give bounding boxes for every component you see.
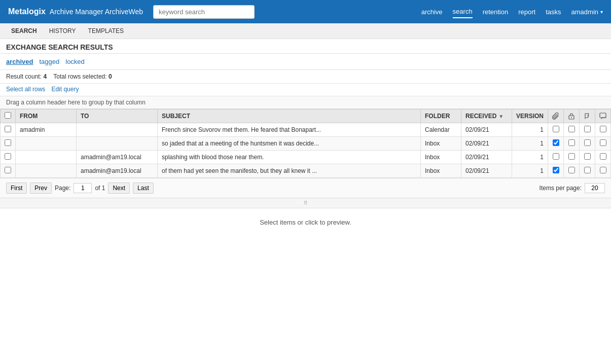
main-nav: archive search retention report tasks am…: [421, 6, 603, 18]
brand-logo: Metalogix: [8, 7, 46, 16]
brand: Metalogix Archive Manager ArchiveWeb: [8, 7, 143, 16]
svg-rect-2: [600, 113, 606, 118]
nav-report[interactable]: report: [518, 6, 535, 18]
table-row[interactable]: amadmin@am19.localsplashing with blood t…: [1, 151, 611, 164]
nav-amadmin-label: amadmin: [571, 8, 598, 16]
cell-version: 1: [512, 151, 548, 164]
items-per-page: Items per page:: [540, 183, 605, 193]
comment-icon: [599, 113, 606, 120]
col-received-label: RECEIVED: [465, 113, 496, 120]
page-title-bar: EXCHANGE SEARCH RESULTS: [0, 39, 611, 54]
tab-templates[interactable]: TEMPLATES: [82, 23, 130, 39]
cell-from: [16, 164, 77, 178]
cell-folder: Inbox: [420, 164, 461, 178]
cell-received: 02/09/21: [461, 164, 512, 178]
chevron-down-icon: ▾: [600, 9, 603, 15]
svg-point-1: [571, 117, 572, 118]
col-header-version[interactable]: VERSION: [512, 110, 548, 123]
cell-folder: Inbox: [420, 137, 461, 151]
col-header-comment[interactable]: [595, 110, 611, 123]
page-number-input[interactable]: [74, 183, 92, 193]
table-body: amadminFrench since Suvorov met them. He…: [1, 123, 611, 178]
tab-history[interactable]: HISTORY: [43, 23, 82, 39]
items-per-page-input[interactable]: [585, 183, 605, 193]
cell-folder: Calendar: [420, 123, 461, 137]
cell-version: 1: [512, 137, 548, 151]
of-label: of 1: [95, 185, 105, 192]
nav-archive[interactable]: archive: [421, 6, 443, 18]
table-row[interactable]: so jaded that at a meeting of the huntsm…: [1, 137, 611, 151]
result-count-label: Result count:: [6, 73, 42, 80]
pagination-bar: First Prev Page: of 1 Next Last Items pe…: [0, 178, 611, 198]
cell-from: [16, 137, 77, 151]
cell-version: 1: [512, 164, 548, 178]
nav-retention[interactable]: retention: [483, 6, 509, 18]
cell-subject: splashing with blood those near them.: [158, 151, 421, 164]
table-row[interactable]: amadminFrench since Suvorov met them. He…: [1, 123, 611, 137]
prev-page-button[interactable]: Prev: [30, 183, 52, 194]
cell-subject: French since Suvorov met them. He feared…: [158, 123, 421, 137]
cell-to: [77, 137, 158, 151]
paperclip-icon: [552, 113, 559, 120]
col-header-from[interactable]: FROM: [16, 110, 77, 123]
lock-icon: [568, 113, 575, 120]
keyword-search-container: [153, 5, 255, 19]
select-all-checkbox-header[interactable]: [1, 110, 16, 123]
nav-amadmin[interactable]: amadmin ▾: [571, 8, 603, 16]
cell-subject: of them had yet seen the manifesto, but …: [158, 164, 421, 178]
cell-to: amadmin@am19.local: [77, 151, 158, 164]
table-row[interactable]: amadmin@am19.localof them had yet seen t…: [1, 164, 611, 178]
result-count: 4: [43, 73, 47, 80]
first-page-button[interactable]: First: [6, 183, 27, 194]
cell-received: 02/09/21: [461, 123, 512, 137]
cell-subject: so jaded that at a meeting of the huntsm…: [158, 137, 421, 151]
total-rows-label: Total rows selected:: [53, 73, 106, 80]
total-rows: 0: [109, 73, 112, 80]
sort-arrow-icon: ▼: [498, 114, 504, 119]
cell-received: 02/09/21: [461, 151, 512, 164]
results-table: FROM TO SUBJECT FOLDER RECEIVED ▼ VERSIO…: [0, 109, 611, 178]
nav-search[interactable]: search: [453, 6, 473, 18]
cell-to: amadmin@am19.local: [77, 164, 158, 178]
cell-from: amadmin: [16, 123, 77, 137]
filter-tabs: archived tagged locked: [0, 54, 611, 70]
nav-tasks[interactable]: tasks: [546, 6, 561, 18]
select-all-checkbox[interactable]: [5, 112, 11, 119]
keyword-search-input[interactable]: [153, 5, 255, 19]
brand-title: Archive Manager ArchiveWeb: [50, 8, 143, 16]
items-per-page-label: Items per page:: [540, 185, 582, 192]
cell-version: 1: [512, 123, 548, 137]
col-header-folder[interactable]: FOLDER: [420, 110, 461, 123]
results-actions: Select all rows Edit query: [0, 84, 611, 96]
cell-folder: Inbox: [420, 151, 461, 164]
app-header: Metalogix Archive Manager ArchiveWeb arc…: [0, 0, 611, 23]
col-header-to[interactable]: TO: [77, 110, 158, 123]
filter-tab-archived[interactable]: archived: [6, 58, 33, 65]
resize-handle-icon: ⠿: [304, 200, 307, 206]
col-header-lock[interactable]: [564, 110, 580, 123]
col-header-subject[interactable]: SUBJECT: [158, 110, 421, 123]
filter-tab-tagged[interactable]: tagged: [39, 58, 59, 65]
flag-icon: [584, 113, 591, 120]
col-header-received[interactable]: RECEIVED ▼: [461, 110, 512, 123]
resize-handle[interactable]: ⠿: [0, 198, 611, 208]
preview-text: Select items or click to preview.: [260, 219, 351, 226]
cell-from: [16, 151, 77, 164]
table-header-row: FROM TO SUBJECT FOLDER RECEIVED ▼ VERSIO…: [1, 110, 611, 123]
tab-search[interactable]: SEARCH: [5, 23, 43, 39]
cell-to: [77, 123, 158, 137]
select-all-rows-link[interactable]: Select all rows: [6, 86, 45, 93]
preview-area: Select items or click to preview.: [0, 208, 611, 310]
drag-hint: Drag a column header here to group by th…: [0, 96, 611, 109]
sub-navigation: SEARCH HISTORY TEMPLATES: [0, 23, 611, 39]
col-header-attach[interactable]: [548, 110, 564, 123]
cell-received: 02/09/21: [461, 137, 512, 151]
col-header-flag[interactable]: [580, 110, 595, 123]
page-label: Page:: [55, 185, 70, 192]
next-page-button[interactable]: Next: [108, 183, 130, 194]
results-info: Result count: 4 Total rows selected: 0: [0, 70, 611, 84]
page-title: EXCHANGE SEARCH RESULTS: [6, 43, 113, 51]
last-page-button[interactable]: Last: [133, 183, 154, 194]
filter-tab-locked[interactable]: locked: [65, 58, 85, 65]
edit-query-link[interactable]: Edit query: [51, 86, 79, 93]
